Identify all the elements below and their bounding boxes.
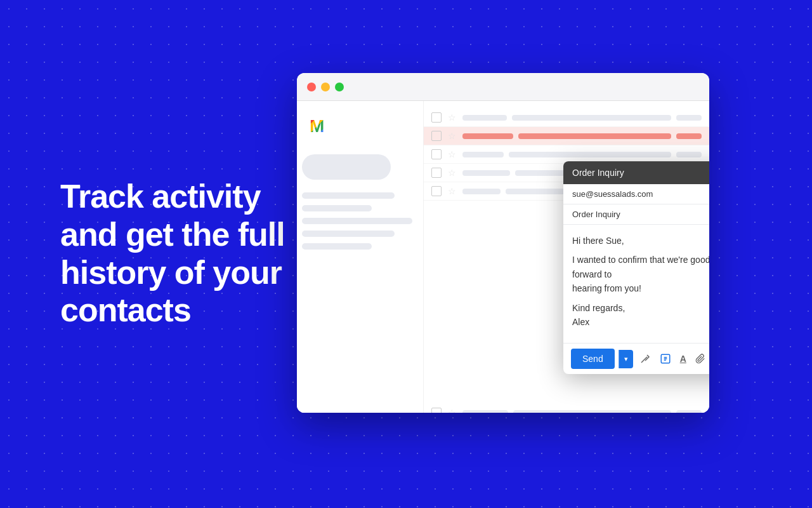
send-button[interactable]: Send	[571, 349, 615, 369]
row-subject-1	[512, 115, 671, 121]
row-name-3	[462, 152, 504, 157]
email-compose-modal: Order Inquiry − ⤢ × sue@suessalads.com O…	[563, 161, 709, 374]
row-checkbox-2[interactable]	[431, 131, 442, 141]
modal-header: Order Inquiry − ⤢ ×	[563, 161, 709, 184]
row-content-3	[462, 152, 702, 157]
row-date-2	[676, 133, 702, 139]
row-subject-6	[513, 410, 671, 413]
gmail-sidebar: M	[297, 101, 424, 413]
traffic-lights	[307, 83, 344, 91]
hero-text-block: Track activity and get the full history …	[60, 178, 301, 330]
row-date-1	[676, 115, 702, 121]
send-dropdown-button[interactable]: ▾	[619, 350, 633, 368]
format-icon-button[interactable]	[637, 351, 653, 367]
browser-titlebar	[297, 73, 709, 101]
email-greeting: Hi there Sue,	[572, 234, 709, 248]
browser-body: M ☆ ☆	[297, 101, 709, 413]
row-checkbox-1[interactable]	[431, 112, 442, 123]
email-sign-off: Kind regards, Alex	[572, 301, 709, 330]
row-name-6	[462, 410, 508, 413]
traffic-light-green[interactable]	[335, 83, 344, 91]
sidebar-skeleton-4	[302, 231, 395, 237]
sidebar-skeleton-2	[302, 205, 372, 211]
browser-window: M ☆ ☆	[297, 73, 709, 413]
hero-line1: Track activity	[60, 178, 261, 215]
modal-toolbar: Send ▾ A	[563, 343, 709, 374]
row-name-4	[462, 170, 510, 176]
row-date-6	[676, 410, 702, 413]
row-name-5	[462, 189, 501, 194]
hero-line2: and get the full	[60, 216, 285, 253]
modal-title: Order Inquiry	[572, 168, 624, 178]
crm-icon-button[interactable]	[657, 351, 674, 367]
bold-a-icon: A	[680, 354, 686, 364]
bold-a-button[interactable]: A	[678, 351, 689, 366]
hero-line4: contacts	[60, 291, 191, 328]
email-row-1[interactable]: ☆	[424, 109, 709, 127]
row-content-1	[462, 115, 702, 121]
row-checkbox-4[interactable]	[431, 168, 442, 178]
row-name-2	[462, 133, 513, 139]
attach-button[interactable]	[693, 351, 708, 366]
row-name-1	[462, 115, 507, 121]
row-star-3[interactable]: ☆	[448, 149, 456, 159]
sidebar-skeleton-5	[302, 243, 372, 250]
traffic-light-yellow[interactable]	[321, 83, 330, 91]
row-star-1[interactable]: ☆	[448, 112, 456, 123]
row-checkbox-6[interactable]	[431, 408, 442, 413]
subject-field-value: Order Inquiry	[572, 210, 620, 219]
row-content-2	[462, 133, 702, 139]
compose-button-skeleton	[302, 154, 391, 180]
email-row-2[interactable]: ☆	[424, 127, 709, 145]
send-button-label: Send	[582, 354, 603, 364]
email-body[interactable]: Hi there Sue, I wanted to confirm that w…	[563, 225, 709, 343]
subject-field[interactable]: Order Inquiry	[563, 204, 709, 225]
to-field[interactable]: sue@suessalads.com	[563, 184, 709, 204]
row-checkbox-3[interactable]	[431, 149, 442, 159]
gmail-m-logo: M	[310, 116, 324, 137]
sidebar-skeleton-3	[302, 218, 412, 224]
row-star-6[interactable]: ☆	[448, 408, 456, 413]
hero-line3: history of your	[60, 254, 282, 291]
row-subject-2	[518, 133, 671, 139]
row-star-4[interactable]: ☆	[448, 168, 456, 178]
row-content-6	[462, 410, 702, 413]
to-field-value: sue@suessalads.com	[572, 189, 653, 199]
email-body-text: I wanted to confirm that we're good to g…	[572, 253, 709, 295]
traffic-light-red[interactable]	[307, 83, 316, 91]
gmail-main-content: ☆ ☆ ☆	[424, 101, 709, 413]
row-subject-3	[509, 152, 671, 157]
row-date-3	[676, 152, 702, 157]
sidebar-skeleton-1	[302, 192, 395, 199]
row-star-2[interactable]: ☆	[448, 131, 456, 141]
email-row-6[interactable]: ☆	[424, 404, 709, 413]
gmail-logo: M	[302, 111, 418, 142]
row-checkbox-5[interactable]	[431, 186, 442, 196]
row-star-5[interactable]: ☆	[448, 186, 456, 196]
